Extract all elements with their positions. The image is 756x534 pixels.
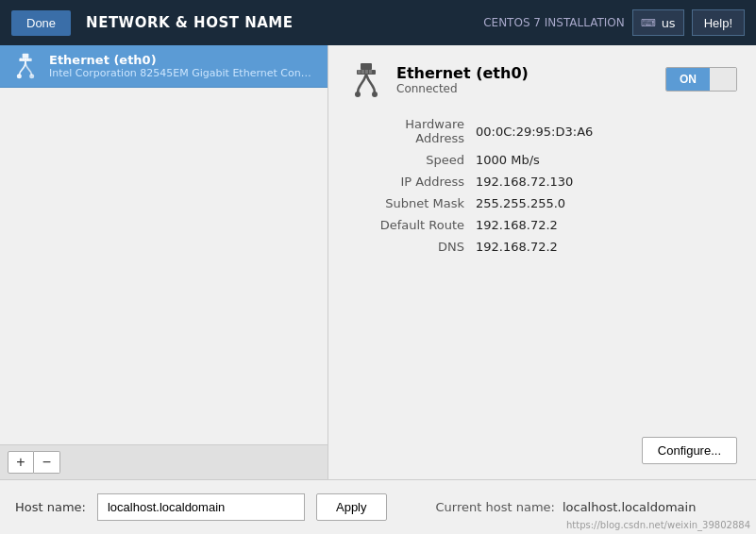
ethernet-name: Ethernet (eth0) — [396, 64, 529, 82]
dns-value: 192.168.72.2 — [470, 236, 737, 258]
hostname-label: Host name: — [15, 500, 86, 514]
table-row: Subnet Mask 255.255.255.0 — [347, 192, 737, 214]
apply-button[interactable]: Apply — [316, 493, 387, 521]
device-controls: + − — [0, 444, 328, 479]
default-route-label: Default Route — [347, 214, 470, 236]
svg-point-14 — [355, 92, 361, 97]
svg-rect-13 — [369, 70, 372, 74]
device-info: Ethernet (eth0) Intel Corporation 82545E… — [49, 53, 313, 79]
keyboard-layout-value: us — [662, 16, 676, 30]
main-content: Ethernet (eth0) Intel Corporation 82545E… — [0, 45, 756, 479]
toggle-on-button[interactable]: ON — [666, 68, 710, 91]
table-row: Default Route 192.168.72.2 — [347, 214, 737, 236]
svg-rect-11 — [361, 70, 364, 74]
ethernet-details-table: Hardware Address 00:0C:29:95:D3:A6 Speed… — [347, 113, 737, 258]
header-left: Done NETWORK & HOST NAME — [11, 10, 294, 36]
svg-rect-2 — [20, 58, 22, 60]
dns-label: DNS — [347, 236, 470, 258]
speed-label: Speed — [347, 149, 470, 171]
page-title: NETWORK & HOST NAME — [86, 14, 293, 31]
table-row: Speed 1000 Mb/s — [347, 149, 737, 171]
speed-value: 1000 Mb/s — [470, 149, 737, 171]
ip-address-value: 192.168.72.130 — [470, 171, 737, 192]
svg-point-6 — [17, 74, 22, 78]
current-host-label: Current host name: — [436, 500, 555, 514]
svg-point-7 — [29, 74, 34, 78]
hardware-address-value: 00:0C:29:95:D3:A6 — [470, 113, 737, 149]
device-description: Intel Corporation 82545EM Gigabit Ethern… — [49, 67, 313, 79]
done-button[interactable]: Done — [11, 10, 71, 36]
svg-rect-5 — [27, 58, 29, 60]
help-button[interactable]: Help! — [692, 9, 745, 36]
table-row: IP Address 192.168.72.130 — [347, 171, 737, 192]
subnet-mask-label: Subnet Mask — [347, 192, 470, 214]
svg-rect-3 — [23, 58, 25, 60]
remove-device-button[interactable]: − — [34, 451, 60, 474]
header: Done NETWORK & HOST NAME CENTOS 7 INSTAL… — [0, 0, 756, 45]
list-item[interactable]: Ethernet (eth0) Intel Corporation 82545E… — [0, 45, 328, 88]
ip-address-label: IP Address — [347, 171, 470, 192]
svg-rect-10 — [358, 70, 361, 74]
ethernet-icon — [11, 55, 40, 77]
keyboard-icon: ⌨ — [641, 17, 656, 29]
ethernet-status: Connected — [396, 82, 529, 95]
header-right: CENTOS 7 INSTALLATION ⌨ us Help! — [483, 9, 745, 36]
left-panel: Ethernet (eth0) Intel Corporation 82545E… — [0, 45, 328, 479]
right-panel: Ethernet (eth0) Connected ON Hardware Ad… — [328, 45, 756, 479]
svg-rect-12 — [365, 70, 368, 74]
ethernet-title-block: Ethernet (eth0) Connected — [396, 64, 529, 95]
keyboard-layout-selector[interactable]: ⌨ us — [632, 9, 684, 36]
ethernet-header: Ethernet (eth0) Connected ON — [347, 60, 737, 98]
table-row: Hardware Address 00:0C:29:95:D3:A6 — [347, 113, 737, 149]
svg-rect-8 — [361, 63, 372, 70]
device-list: Ethernet (eth0) Intel Corporation 82545E… — [0, 45, 328, 444]
subnet-mask-value: 255.255.255.0 — [470, 192, 737, 214]
svg-rect-4 — [25, 58, 26, 60]
table-row: DNS 192.168.72.2 — [347, 236, 737, 258]
watermark: https://blog.csdn.net/weixin_39802884 — [566, 520, 750, 530]
current-host-section: Current host name: localhost.localdomain — [436, 500, 697, 514]
ethernet-detail-icon — [347, 60, 385, 98]
svg-point-15 — [372, 92, 378, 97]
add-device-button[interactable]: + — [8, 451, 34, 474]
ethernet-toggle[interactable]: ON — [665, 67, 737, 92]
hostname-input[interactable] — [97, 493, 305, 521]
current-host-value: localhost.localdomain — [563, 500, 696, 514]
default-route-value: 192.168.72.2 — [470, 214, 737, 236]
svg-rect-0 — [23, 54, 29, 58]
hardware-address-label: Hardware Address — [347, 113, 470, 149]
device-name: Ethernet (eth0) — [49, 53, 313, 67]
centos-label: CENTOS 7 INSTALLATION — [483, 16, 625, 29]
configure-button[interactable]: Configure... — [642, 437, 737, 464]
toggle-off-button[interactable] — [710, 68, 736, 91]
